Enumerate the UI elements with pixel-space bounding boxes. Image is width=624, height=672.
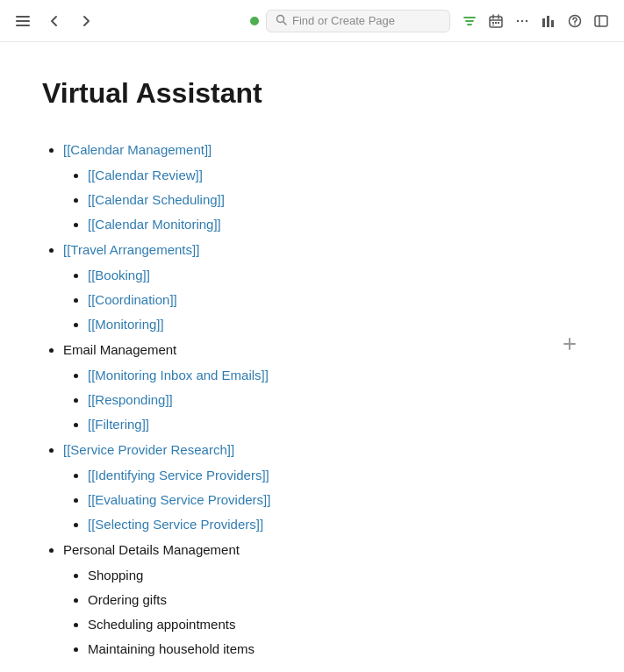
personal-details-label: Personal Details Management: [63, 542, 240, 557]
list-item: [[Evaluating Service Providers]]: [88, 488, 582, 511]
list-item: Scheduling appointments: [88, 612, 582, 636]
list-item: Email Management [[Monitoring Inbox and …: [63, 338, 582, 436]
search-bar[interactable]: Find or Create Page: [266, 10, 450, 32]
svg-point-3: [277, 15, 284, 22]
svg-rect-8: [492, 25, 494, 25]
list-item: [[Selecting Service Providers]]: [88, 512, 582, 536]
nav-icons-right: [457, 9, 613, 33]
sub-list: [[Calendar Review]] [[Calendar Schedulin…: [63, 163, 582, 236]
svg-rect-12: [542, 18, 545, 27]
filtering-link[interactable]: [[Filtering]]: [88, 417, 149, 432]
shopping-label: Shopping: [88, 568, 143, 583]
svg-rect-0: [16, 16, 30, 18]
list-item: Ordering gifts: [88, 588, 582, 611]
list-item: [[Calendar Monitoring]]: [88, 212, 582, 236]
calendar-management-link[interactable]: [[Calendar Management]]: [63, 142, 212, 157]
search-icon: [276, 14, 287, 28]
svg-rect-13: [547, 16, 549, 27]
responding-link[interactable]: [[Responding]]: [88, 392, 173, 407]
calendar-icon[interactable]: [484, 9, 508, 33]
monitoring-link[interactable]: [[Monitoring]]: [88, 317, 164, 332]
page-title: Virtual Assistant: [42, 77, 582, 110]
help-icon[interactable]: [563, 9, 587, 33]
list-item: [[Monitoring]]: [88, 312, 582, 336]
main-content: Virtual Assistant [[Calendar Management]…: [0, 42, 624, 672]
svg-rect-6: [495, 22, 497, 24]
svg-rect-7: [498, 22, 499, 24]
scheduling-appointments-label: Scheduling appointments: [88, 617, 235, 632]
svg-rect-14: [551, 20, 554, 27]
list-item: [[Booking]]: [88, 263, 582, 287]
calendar-scheduling-link[interactable]: [[Calendar Scheduling]]: [88, 192, 225, 207]
sub-list: [[Identifying Service Providers]] [[Eval…: [63, 463, 582, 536]
status-indicator: [250, 17, 259, 25]
booking-link[interactable]: [[Booking]]: [88, 268, 150, 282]
email-management-label: Email Management: [63, 342, 176, 357]
sub-list: [[Booking]] [[Coordination]] [[Monitorin…: [63, 263, 582, 336]
svg-point-9: [517, 19, 519, 21]
add-item-button[interactable]: [557, 332, 582, 356]
hamburger-icon[interactable]: [11, 9, 35, 33]
identifying-service-providers-link[interactable]: [[Identifying Service Providers]]: [88, 468, 269, 483]
ordering-gifts-label: Ordering gifts: [88, 592, 167, 607]
monitoring-inbox-link[interactable]: [[Monitoring Inbox and Emails]]: [88, 368, 269, 382]
maintaining-household-label: Maintaining household items: [88, 641, 255, 656]
svg-rect-2: [16, 25, 30, 26]
list-item: [[Calendar Review]]: [88, 163, 582, 187]
list-item: [[Responding]]: [88, 388, 582, 411]
list-item: [[Calendar Scheduling]]: [88, 188, 582, 211]
coordination-link[interactable]: [[Coordination]]: [88, 292, 177, 307]
evaluating-service-providers-link[interactable]: [[Evaluating Service Providers]]: [88, 492, 270, 507]
forward-button[interactable]: [74, 9, 98, 33]
list-item: Shopping: [88, 563, 582, 587]
list-item: [[Filtering]]: [88, 412, 582, 436]
sub-list: Shopping Ordering gifts Scheduling appoi…: [63, 563, 582, 661]
list-item: [[Travel Arrangements]] [[Booking]] [[Co…: [63, 238, 582, 336]
travel-arrangements-link[interactable]: [[Travel Arrangements]]: [63, 242, 199, 257]
selecting-service-providers-link[interactable]: [[Selecting Service Providers]]: [88, 517, 263, 532]
main-list: [[Calendar Management]] [[Calendar Revie…: [42, 138, 582, 661]
calendar-monitoring-link[interactable]: [[Calendar Monitoring]]: [88, 217, 221, 232]
list-item: [[Identifying Service Providers]]: [88, 463, 582, 487]
svg-rect-1: [16, 20, 30, 22]
list-item: [[Service Provider Research]] [[Identify…: [63, 438, 582, 536]
svg-point-16: [574, 24, 576, 25]
calendar-review-link[interactable]: [[Calendar Review]]: [88, 168, 203, 182]
back-button[interactable]: [42, 9, 67, 33]
list-item: [[Calendar Management]] [[Calendar Revie…: [63, 138, 582, 236]
list-item: Personal Details Management Shopping Ord…: [63, 538, 582, 661]
sidebar-toggle-icon[interactable]: [589, 9, 613, 33]
list-item: [[Coordination]]: [88, 288, 582, 311]
list-item: Maintaining household items: [88, 637, 582, 661]
svg-point-11: [526, 19, 527, 21]
svg-rect-17: [595, 16, 607, 26]
chart-icon[interactable]: [536, 9, 561, 33]
search-placeholder: Find or Create Page: [292, 14, 395, 27]
sub-list: [[Monitoring Inbox and Emails]] [[Respon…: [63, 363, 582, 436]
more-options-icon[interactable]: [510, 9, 534, 33]
service-provider-research-link[interactable]: [[Service Provider Research]]: [63, 442, 234, 457]
svg-rect-5: [492, 22, 494, 24]
svg-point-10: [521, 19, 523, 21]
list-item: [[Monitoring Inbox and Emails]]: [88, 363, 582, 387]
filter-icon[interactable]: [457, 9, 482, 33]
top-nav: Find or Create Page: [0, 0, 624, 42]
